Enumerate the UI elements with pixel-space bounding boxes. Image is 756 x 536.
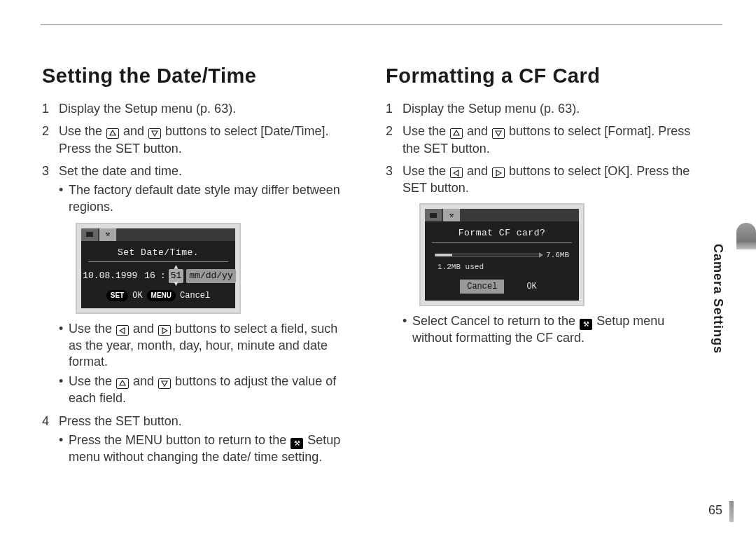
lcd-title: Format CF card?	[432, 227, 572, 243]
text: and	[463, 124, 491, 138]
text: and	[130, 374, 158, 388]
lcd-tabs	[425, 209, 579, 221]
lcd-minute-selected: ▲51▼	[169, 269, 184, 283]
right-triangle-icon	[158, 325, 171, 336]
usage-bar	[435, 254, 539, 256]
note: The factory default date style may diffe…	[59, 182, 354, 216]
usage-bar-fill	[435, 254, 452, 256]
left-triangle-icon	[450, 167, 463, 178]
left-triangle-icon	[116, 325, 129, 336]
cancel-label: Cancel	[180, 290, 210, 301]
arrow-up-icon: ▲	[174, 263, 178, 273]
step-2: Use the and buttons to select [Date/Time…	[42, 123, 354, 157]
lcd-screenshot-format: Format CF card? 7.6MB 1.2MB used	[419, 203, 697, 305]
note: Use the and buttons to select a field, s…	[59, 321, 354, 371]
text: Use the	[402, 164, 449, 178]
lcd-frame: Set Date/Time. 10.08.1999 16:▲51▼ mm/dd/…	[76, 223, 241, 314]
lcd-title: Set Date/Time.	[88, 247, 228, 263]
bar-arrow-icon	[539, 252, 543, 258]
heading-format-cf: Formatting a CF Card	[386, 64, 697, 88]
page-number-bar	[729, 501, 734, 522]
menu-pill: MENU	[147, 290, 176, 301]
note: Press the MENU button to return to the ⚒…	[59, 432, 354, 466]
text: Use the	[69, 322, 115, 336]
note: Select Cancel to return to the ⚒ Setup m…	[402, 313, 697, 347]
side-section-label: Camera Settings	[710, 244, 725, 354]
ok-label: OK	[132, 290, 142, 301]
tools-icon: ⚒	[290, 438, 303, 449]
text: and	[463, 164, 491, 178]
format-bar: 7.6MB 1.2MB used	[435, 250, 569, 273]
step-1: Display the Setup menu (p. 63).	[386, 100, 697, 117]
side-tab-cap	[736, 223, 756, 242]
top-rule	[41, 24, 722, 25]
step-3: Use the and buttons to select [OK]. Pres…	[386, 163, 697, 347]
side-thumb-tab	[734, 223, 756, 363]
format-buttons: Cancel OK	[432, 280, 572, 294]
steps-right: Display the Setup menu (p. 63). Use the …	[386, 100, 697, 346]
text: Press the SET button.	[59, 414, 182, 428]
text: and	[120, 124, 148, 138]
text: Select Cancel to return to the	[412, 314, 579, 328]
used-size: 1.2MB used	[438, 262, 569, 273]
steps-left: Display the Setup menu (p. 63). Use the …	[42, 100, 354, 466]
down-triangle-icon	[492, 128, 505, 139]
step-4-notes: Press the MENU button to return to the ⚒…	[59, 432, 354, 466]
cancel-option: Cancel	[460, 280, 504, 294]
lcd-frame: Format CF card? 7.6MB 1.2MB used	[419, 203, 584, 305]
step-3-post-notes: Select Cancel to return to the ⚒ Setup m…	[402, 313, 697, 347]
text: Use the	[59, 124, 106, 138]
step-3: Set the date and time. The factory defau…	[42, 163, 354, 407]
set-pill: SET	[106, 290, 128, 301]
tab-setup-icon	[99, 228, 116, 241]
lcd-footer: SET OK MENU Cancel	[88, 290, 228, 301]
step-3-post-notes: Use the and buttons to select a field, s…	[59, 321, 354, 407]
tab-rec-icon	[425, 209, 442, 221]
text: and	[130, 322, 158, 336]
note: Use the and buttons to adjust the value …	[59, 373, 354, 407]
lcd-date: 10.08.1999	[80, 269, 139, 283]
right-triangle-icon	[492, 167, 505, 178]
step-3-notes: The factory default date style may diffe…	[59, 182, 354, 216]
lcd-format: mm/dd/yy	[186, 269, 235, 283]
content-columns: Setting the Date/Time Display the Setup …	[42, 64, 722, 472]
lcd-body: Format CF card? 7.6MB 1.2MB used	[425, 221, 579, 300]
heading-date-time: Setting the Date/Time	[42, 64, 354, 88]
up-triangle-icon	[106, 128, 119, 139]
lcd-screen: Set Date/Time. 10.08.1999 16:▲51▼ mm/dd/…	[81, 228, 235, 308]
step-1: Display the Setup menu (p. 63).	[42, 100, 354, 117]
down-triangle-icon	[148, 128, 161, 139]
text: Set the date and time.	[59, 164, 182, 178]
down-triangle-icon	[158, 378, 171, 389]
lcd-body: Set Date/Time. 10.08.1999 16:▲51▼ mm/dd/…	[81, 241, 235, 308]
step-4: Press the SET button. Press the MENU but…	[42, 413, 354, 466]
text: Use the	[69, 374, 115, 388]
tab-setup-icon	[443, 209, 460, 221]
total-size: 7.6MB	[546, 250, 569, 261]
up-triangle-icon	[116, 378, 129, 389]
lcd-screen: Format CF card? 7.6MB 1.2MB used	[425, 209, 579, 300]
tab-rec-icon	[81, 228, 98, 241]
ok-option: OK	[519, 280, 543, 294]
lcd-tabs	[81, 228, 235, 241]
arrow-down-icon: ▼	[174, 280, 178, 289]
text: Press the MENU button to return to the	[69, 433, 290, 447]
tools-icon: ⚒	[580, 319, 592, 330]
up-triangle-icon	[450, 128, 463, 139]
side-tab-body	[736, 242, 756, 249]
lcd-hour: 16	[142, 269, 158, 283]
lcd-date-row: 10.08.1999 16:▲51▼ mm/dd/yy	[88, 269, 228, 283]
text: Use the	[402, 124, 449, 138]
step-2: Use the and buttons to select [Format]. …	[386, 123, 697, 157]
lcd-screenshot-datetime: Set Date/Time. 10.08.1999 16:▲51▼ mm/dd/…	[76, 223, 354, 314]
column-left: Setting the Date/Time Display the Setup …	[42, 64, 354, 472]
manual-page: Setting the Date/Time Display the Setup …	[0, 0, 756, 536]
column-right: Formatting a CF Card Display the Setup m…	[386, 64, 722, 472]
page-number: 65	[708, 503, 722, 518]
